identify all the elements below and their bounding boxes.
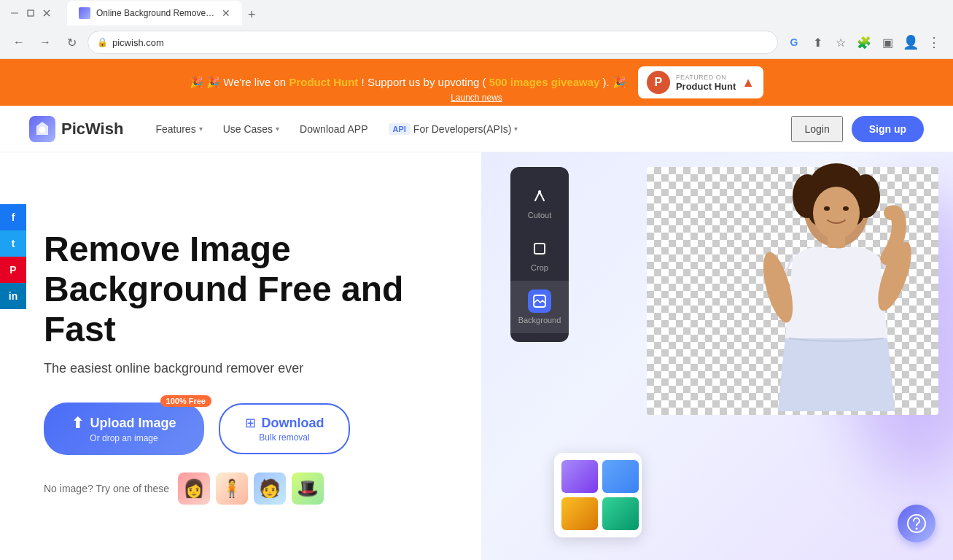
page: 🎉 🎉 We're live on Product Hunt ! Support… (0, 59, 953, 560)
download-bulk-button[interactable]: ⊞ Download Bulk removal (219, 403, 350, 454)
svg-rect-17 (828, 233, 845, 248)
active-tab[interactable]: Online Background Remover 100 ✕ (67, 1, 242, 26)
photo-thumb-1[interactable] (561, 460, 598, 493)
cutout-label: Cutout (528, 211, 551, 219)
features-menu[interactable]: Features ▾ (147, 117, 211, 141)
tab-close-icon[interactable]: ✕ (222, 7, 230, 19)
crop-icon (528, 237, 551, 260)
sample-image-4[interactable]: 🎩 (292, 472, 324, 505)
hero-title-line1: Remove Image (44, 230, 291, 268)
developers-chevron: ▾ (514, 125, 518, 133)
close-button[interactable] (41, 7, 52, 19)
browser-toolbar: ← → ↻ 🔒 G ⬆ ☆ 🧩 ▣ 👤 ⋮ (0, 26, 953, 58)
windows-icon: ⊞ (245, 415, 256, 431)
photo-grid-popup (554, 453, 642, 537)
linkedin-share-button[interactable]: in (0, 283, 26, 309)
photo-thumb-4[interactable] (561, 497, 598, 530)
crop-tool[interactable]: Crop (510, 228, 569, 281)
navbar: PicWish Features ▾ Use Cases ▾ Download … (0, 106, 953, 152)
twitter-share-button[interactable]: t (0, 230, 26, 257)
banner-pre-text: 🎉 We're live on (206, 76, 289, 88)
social-sidebar: f t P in (0, 204, 26, 309)
pinterest-share-button[interactable]: P (0, 257, 26, 283)
background-icon (528, 289, 551, 313)
tab-favicon (79, 7, 90, 19)
svg-point-15 (824, 206, 830, 211)
ph-logo: P (647, 71, 670, 94)
login-button[interactable]: Login (791, 116, 842, 142)
lock-icon: 🔒 (97, 37, 108, 47)
for-developers-menu[interactable]: API For Developers(APIs) ▾ (380, 117, 527, 141)
google-icon[interactable]: G (784, 32, 804, 52)
browser-chrome: Online Background Remover 100 ✕ + ← → ↻ … (0, 0, 953, 59)
sample-label: No image? Try one of these (44, 483, 169, 494)
tool-sidebar: Cutout Crop Background (510, 167, 569, 342)
upload-icon: ⬆ (71, 414, 84, 432)
sample-image-2[interactable]: 🧍 (216, 472, 248, 505)
logo[interactable]: PicWish (29, 116, 123, 142)
extensions-icon[interactable]: 🧩 (854, 32, 874, 52)
menu-icon[interactable]: ⋮ (924, 32, 944, 52)
profile-icon[interactable]: 👤 (901, 32, 921, 52)
upload-btn-sublabel: Or drop an image (90, 433, 157, 443)
address-bar[interactable]: 🔒 (87, 31, 778, 54)
cta-row: 100% Free ⬆ Upload Image Or drop an imag… (44, 402, 452, 455)
use-cases-menu[interactable]: Use Cases ▾ (214, 117, 288, 141)
cutout-tool[interactable]: Cutout (510, 176, 569, 228)
crop-label: Crop (531, 263, 548, 272)
back-button[interactable]: ← (9, 32, 29, 52)
tab-title: Online Background Remover 100 (96, 8, 216, 18)
logo-icon (29, 116, 55, 142)
hero-title-line2: Background Free and Fast (44, 270, 403, 349)
features-chevron: ▾ (199, 125, 203, 133)
url-input[interactable] (112, 37, 769, 48)
ph-name-label: Product Hunt (676, 81, 736, 92)
svg-point-14 (813, 187, 860, 239)
share-icon[interactable]: ⬆ (807, 32, 828, 52)
help-fab-button[interactable] (898, 505, 936, 542)
sample-image-1[interactable]: 👩 (178, 472, 210, 505)
banner-emoji-left: 🎉 (190, 76, 203, 88)
window-controls (9, 7, 52, 19)
upload-image-button[interactable]: ⬆ Upload Image Or drop an image (44, 402, 204, 455)
product-hunt-badge[interactable]: P FEATURED ON Product Hunt ▲ (638, 66, 763, 98)
new-tab-button[interactable]: + (242, 4, 262, 26)
main-content: Remove Image Background Free and Fast Th… (0, 152, 953, 560)
banner-mid-text: ! Support us by upvoting ( (362, 76, 486, 88)
bulk-removal-label: Bulk removal (259, 432, 309, 443)
sidebar-icon[interactable]: ▣ (877, 32, 898, 52)
announcement-banner: 🎉 🎉 We're live on Product Hunt ! Support… (0, 59, 953, 106)
signup-button[interactable]: Sign up (852, 116, 924, 142)
photo-thumb-2[interactable] (602, 460, 639, 493)
hero-illustration: Cutout Crop Background (481, 152, 953, 560)
svg-point-5 (538, 190, 541, 193)
toolbar-right: G ⬆ ☆ 🧩 ▣ 👤 ⋮ (784, 32, 944, 52)
banner-text: 🎉 🎉 We're live on Product Hunt ! Support… (190, 76, 626, 89)
hero-title: Remove Image Background Free and Fast (44, 229, 452, 350)
photo-thumb-3[interactable] (602, 497, 639, 530)
reload-button[interactable]: ↻ (61, 32, 82, 52)
free-badge: 100% Free (160, 395, 211, 407)
banner-end-text: ). (603, 76, 610, 88)
facebook-share-button[interactable]: f (0, 204, 26, 230)
svg-point-16 (843, 206, 849, 211)
model-illustration (734, 163, 938, 419)
minimize-button[interactable] (9, 7, 20, 19)
bookmark-icon[interactable]: ☆ (831, 32, 851, 52)
nav-links: Features ▾ Use Cases ▾ Download APP API … (147, 117, 768, 141)
forward-button[interactable]: → (35, 32, 55, 52)
background-tool[interactable]: Background (510, 281, 569, 333)
api-badge: API (389, 123, 411, 135)
download-app-link[interactable]: Download APP (291, 117, 376, 141)
ph-featured-label: FEATURED ON (676, 74, 736, 81)
launch-news-link[interactable]: Launch news (451, 93, 502, 103)
svg-rect-6 (534, 244, 545, 254)
sample-image-3[interactable]: 🧑 (254, 472, 286, 505)
upload-btn-label: Upload Image (90, 416, 176, 431)
restore-button[interactable] (25, 7, 36, 19)
sample-row: No image? Try one of these 👩 🧍 🧑 🎩 (44, 472, 452, 505)
banner-emoji-right: 🎉 (612, 76, 626, 88)
svg-point-4 (39, 127, 45, 133)
background-label: Background (518, 316, 561, 324)
banner-giveaway: 500 images giveaway (489, 76, 600, 88)
